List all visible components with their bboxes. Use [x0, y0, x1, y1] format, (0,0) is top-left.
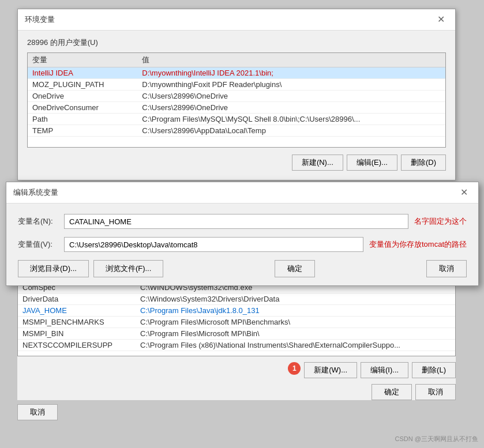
var-value-label: 变量值(V): [18, 239, 64, 250]
env-dialog-title: 环境变量 [25, 14, 55, 25]
table-row[interactable]: OneDriveConsumerC:\Users\28996\OneDrive [28, 102, 445, 114]
sys-delete-button[interactable]: 删除(L) [412, 362, 456, 378]
var-value-input[interactable] [64, 237, 363, 252]
user-var-table-container: 变量 值 IntelliJ IDEAD:\myownthing\IntelliJ… [27, 52, 446, 148]
user-new-button[interactable]: 新建(N)... [292, 155, 343, 171]
sys-vars-section: ComSpecC:\WINDOWS\system32\cmd.exeDriver… [17, 281, 456, 400]
final-buttons-row: 确定 取消 [17, 384, 456, 400]
table-row[interactable]: MSMPI_BENCHMARKSC:\Program Files\Microso… [18, 317, 455, 328]
edit-dialog-close-icon[interactable]: ✕ [457, 187, 471, 198]
table-row[interactable]: DriverDataC:\Windows\System32\Drivers\Dr… [18, 293, 455, 305]
var-name-cell: MOZ_PLUGIN_PATH [28, 79, 137, 91]
var-name-cell: OneDriveConsumer [28, 102, 137, 114]
env-dialog-close-icon[interactable]: ✕ [434, 14, 448, 25]
sys-var-value-cell: C:\Program Files\Microsoft MPI\Bin\ [136, 328, 455, 340]
env-dialog-content: 28996 的用户变量(U) 变量 值 IntelliJ IDEAD:\myow… [18, 31, 455, 180]
sys-var-table-container: ComSpecC:\WINDOWS\system32\cmd.exeDriver… [17, 281, 456, 356]
edit-cancel-button[interactable]: 取消 [426, 260, 467, 277]
table-row[interactable]: IntelliJ IDEAD:\myownthing\IntelliJ IDEA… [28, 67, 445, 79]
bottom-cancel-area: 取消 [17, 404, 58, 420]
var-value-cell: C:\Users\28996\OneDrive [137, 102, 445, 114]
watermark: CSDN @三天啊网且从不打鱼 [395, 435, 478, 443]
var-name-row: 变量名(N): 名字固定为这个 [18, 214, 467, 229]
var-name-cell: TEMP [28, 125, 137, 137]
var-name-annotation: 名字固定为这个 [414, 216, 467, 227]
var-name-input-wrapper: 名字固定为这个 [64, 214, 467, 229]
var-value-cell: C:\Program Files\MySQL\MySQL Shell 8.0\b… [137, 114, 445, 125]
user-edit-button[interactable]: 编辑(E)... [347, 155, 397, 171]
browse-dir-button[interactable]: 浏览目录(D)... [18, 260, 89, 277]
sys-var-value-cell: C:\Program Files\Microsoft MPI\Benchmark… [136, 317, 455, 328]
var-name-cell: Path [28, 114, 137, 125]
sys-var-value-cell: C:\Windows\System32\Drivers\DriverData [136, 293, 455, 305]
env-dialog-titlebar: 环境变量 ✕ [18, 9, 455, 31]
sys-var-value-cell: C:\Program Files (x86)\National Instrume… [136, 340, 455, 351]
browse-file-button[interactable]: 浏览文件(F)... [93, 260, 163, 277]
col-header-value: 值 [137, 53, 445, 67]
sys-new-button[interactable]: 新建(W)... [304, 362, 357, 378]
final-confirm-button[interactable]: 确定 [372, 384, 412, 400]
table-row[interactable]: NEXTSCCOMPILERSUPPC:\Program Files (x86)… [18, 340, 455, 351]
edit-dialog-titlebar: 编辑系统变量 ✕ [6, 182, 478, 204]
sys-var-name-cell: MSMPI_BENCHMARKS [18, 317, 136, 328]
col-header-name: 变量 [28, 53, 137, 67]
edit-sys-var-dialog: 编辑系统变量 ✕ 变量名(N): 名字固定为这个 变量值(V): 变量值为你存放… [6, 182, 479, 286]
sys-var-name-cell: NEXTSCCOMPILERSUPP [18, 340, 136, 351]
edit-confirm-button[interactable]: 确定 [275, 260, 315, 277]
edit-dialog-content: 变量名(N): 名字固定为这个 变量值(V): 变量值为你存放tomcat的路径… [6, 204, 478, 285]
var-name-cell: OneDrive [28, 91, 137, 102]
var-name-input[interactable] [64, 214, 408, 229]
sys-var-name-cell: MSMPI_BIN [18, 328, 136, 340]
table-row[interactable]: TEMPC:\Users\28996\AppData\Local\Temp [28, 125, 445, 137]
user-var-table: 变量 值 IntelliJ IDEAD:\myownthing\IntelliJ… [28, 53, 445, 137]
final-cancel-button[interactable]: 取消 [415, 384, 456, 400]
sys-var-value-cell: C:\Program Files\Java\jdk1.8.0_131 [136, 305, 455, 317]
user-section-label: 28996 的用户变量(U) [27, 37, 446, 48]
table-row[interactable]: OneDriveC:\Users\28996\OneDrive [28, 91, 445, 102]
table-row[interactable]: MOZ_PLUGIN_PATHD:\myownthing\Foxit PDF R… [28, 79, 445, 91]
edit-dialog-title: 编辑系统变量 [13, 187, 58, 198]
sys-edit-button[interactable]: 编辑(I)... [361, 362, 408, 378]
table-row[interactable]: JAVA_HOMEC:\Program Files\Java\jdk1.8.0_… [18, 305, 455, 317]
var-value-cell: C:\Users\28996\OneDrive [137, 91, 445, 102]
sys-var-name-cell: DriverData [18, 293, 136, 305]
var-value-cell: C:\Users\28996\AppData\Local\Temp [137, 125, 445, 137]
var-value-annotation: 变量值为你存放tomcat的路径 [369, 239, 467, 250]
sys-var-name-cell: JAVA_HOME [18, 305, 136, 317]
sys-buttons-row: 1 新建(W)... 编辑(I)... 删除(L) [17, 360, 456, 381]
var-name-cell: IntelliJ IDEA [28, 67, 137, 79]
badge-1: 1 [288, 362, 301, 375]
edit-action-buttons: 浏览目录(D)... 浏览文件(F)... 确定 取消 [18, 260, 467, 277]
var-value-row: 变量值(V): 变量值为你存放tomcat的路径 [18, 237, 467, 252]
var-name-label: 变量名(N): [18, 216, 64, 227]
table-row[interactable]: PathC:\Program Files\MySQL\MySQL Shell 8… [28, 114, 445, 125]
table-row[interactable]: MSMPI_BINC:\Program Files\Microsoft MPI\… [18, 328, 455, 340]
var-value-cell: D:\myownthing\Foxit PDF Reader\plugins\ [137, 79, 445, 91]
user-buttons-row: 新建(N)... 编辑(E)... 删除(D) [27, 152, 446, 173]
env-dialog: 环境变量 ✕ 28996 的用户变量(U) 变量 值 IntelliJ IDEA… [17, 9, 456, 180]
var-value-input-wrapper: 变量值为你存放tomcat的路径 [64, 237, 467, 252]
sys-var-table: ComSpecC:\WINDOWS\system32\cmd.exeDriver… [18, 282, 455, 351]
user-delete-button[interactable]: 删除(D) [401, 155, 446, 171]
bottom-cancel-button[interactable]: 取消 [17, 404, 58, 420]
var-value-cell: D:\myownthing\IntelliJ IDEA 2021.1\bin; [137, 67, 445, 79]
